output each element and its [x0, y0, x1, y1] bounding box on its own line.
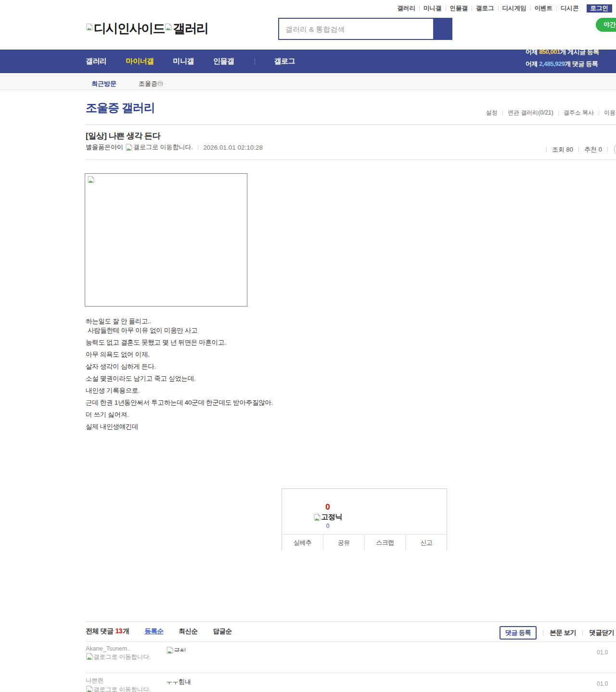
comment-text: ㅜㅜ힘내: [166, 678, 191, 686]
search-box: [278, 18, 452, 40]
view-count: 조회 80: [552, 145, 573, 154]
comment-author-nickname[interactable]: Akane_Tsunem..: [86, 645, 158, 652]
up-vote-count: 0: [304, 502, 352, 512]
top-link-bar: 갤러리 미니갤 인물갤 갤로그 디시게임 이벤트 디시콘 로그인: [394, 4, 613, 13]
body-line: 능력도 없고 결혼도 못했고 몇 년 뒤면은 마흔이고.: [86, 339, 519, 346]
comments-total: 전체 댓글13개: [86, 627, 129, 636]
top-link-gallery[interactable]: 갤러리: [394, 4, 420, 13]
fixed-nick-row: 고정닉: [304, 513, 352, 522]
site-stats: 어제 850,001개 게시글 등록 어제 2,485,929개 댓글 등록: [526, 50, 616, 70]
sort-replies[interactable]: 답글순: [213, 627, 231, 636]
minor-gallery-badge: ⓜ: [157, 80, 163, 87]
body-line: 사람들한테 아무 이유 없이 미움만 사고: [86, 327, 519, 334]
site-logo[interactable]: 디시인사이드 갤러리: [86, 20, 208, 37]
silbechu-button[interactable]: 실베추: [282, 535, 323, 551]
body-line: 소설 몇권이라도 남기고 죽고 싶었는데.: [86, 375, 519, 382]
recent-visit-gallery[interactable]: 조울증ⓜ: [139, 79, 163, 88]
body-line: 근데 한권 1년동안써서 투고하는데 40군데 한군데도 받아주질않아.: [86, 399, 519, 406]
top-link-dccon[interactable]: 디시콘: [557, 4, 583, 13]
post-author-row: 별을품은아이 갤로그로 이동합니다. 2026.01.01 02:10:28: [86, 143, 263, 152]
stat-posts: 어제 850,001개 게시글 등록: [526, 50, 616, 58]
broken-image-icon: [86, 653, 93, 660]
comment-content: ㅜㅜ힘내: [166, 678, 191, 686]
broken-image-icon: [166, 646, 174, 654]
stat-comments: 어제 2,485,929개 댓글 등록: [526, 58, 616, 70]
view-post-link[interactable]: 본문 보기: [550, 628, 576, 637]
fixed-nick-label: 고정닉: [321, 513, 342, 522]
comment-author-nickname[interactable]: 나쁜련: [86, 677, 158, 685]
copy-gallery-url-link[interactable]: 갤주소 복사: [559, 109, 599, 117]
comment-text: 글씨: [174, 646, 186, 652]
recommend-buttons: 실베추 공유 스크랩 신고: [282, 534, 447, 551]
divider: [198, 145, 198, 150]
post-body: 하는일도 잘 안 풀리고.. 사람들한테 아무 이유 없이 미움만 사고 능력도…: [86, 318, 519, 435]
comments-count: 13: [115, 627, 122, 635]
report-button[interactable]: 신고: [405, 535, 447, 551]
gallery-title[interactable]: 조울증 갤러리: [86, 100, 155, 115]
divider: [86, 621, 616, 622]
divider: [582, 630, 583, 636]
comment-content: 글씨: [166, 646, 186, 654]
nav-item-gallery[interactable]: 갤러리: [86, 57, 107, 66]
nav-items: 갤러리 마이너갤 미니갤 인물갤 갤로그: [86, 50, 314, 73]
login-button[interactable]: 로그인: [587, 4, 613, 13]
author-gallog-link[interactable]: 갤로그로 이동합니다.: [133, 143, 193, 152]
nav-item-minorgal[interactable]: 마이너갤: [126, 57, 154, 66]
post-date: 2026.01.01 02:10:28: [203, 144, 263, 151]
post-title: [일상] 나쁜 생각 든다: [86, 130, 160, 141]
broken-image-icon: [165, 23, 172, 31]
logo-text-dcinside: 디시인사이드: [94, 20, 165, 37]
nav-item-minigal[interactable]: 미니갤: [173, 57, 194, 66]
sort-registered[interactable]: 등록순: [144, 627, 163, 636]
related-galleries-link[interactable]: 연관 갤러리(0/21): [503, 109, 558, 117]
sort-newest[interactable]: 최신순: [179, 627, 197, 636]
comment-author-gallog[interactable]: 갤로그로 이동합니다.: [86, 653, 153, 661]
body-line: 하는일도 잘 안 풀리고..: [86, 318, 519, 325]
comments-header-right: 댓글 등록 본문 보기 댓글닫기: [500, 626, 616, 640]
comment-date: 01.0: [597, 680, 608, 687]
post-image-placeholder: [85, 173, 247, 307]
fixed-nick-count: 0: [304, 523, 352, 529]
comment-author: Akane_Tsunem.. 갤로그로 이동합니다.: [86, 645, 158, 661]
top-link-dcgame[interactable]: 디시게임: [499, 4, 530, 13]
gallery-links: 설정 연관 갤러리(0/21) 갤주소 복사 이용안내: [481, 109, 616, 117]
comment-row: Akane_Tsunem.. 갤로그로 이동합니다. 글씨 01.0: [86, 645, 616, 672]
logo-text-gallery: 갤러리: [173, 20, 208, 37]
comment-register-button[interactable]: 댓글 등록: [500, 626, 537, 640]
search-input[interactable]: [279, 19, 433, 39]
gallery-settings-link[interactable]: 설정: [481, 109, 502, 117]
top-link-event[interactable]: 이벤트: [531, 4, 557, 13]
share-button[interactable]: 공유: [323, 535, 364, 551]
recommend-top: 0 고정닉 0: [282, 489, 447, 534]
comment-date: 01.0: [597, 649, 608, 656]
post-author-nickname[interactable]: 별을품은아이: [86, 143, 123, 152]
comment-count-pill[interactable]: 댓글 13: [614, 143, 616, 156]
scrap-button[interactable]: 스크랩: [364, 535, 406, 551]
broken-image-icon: [86, 685, 93, 692]
comment-author-gallog[interactable]: 갤로그로 이동합니다.: [86, 685, 153, 692]
recent-visit-bar: 최근방문 조울증ⓜ: [0, 76, 616, 90]
comments-header: 전체 댓글13개 등록순 최신순 답글순 댓글 등록 본문 보기 댓글닫기: [86, 627, 616, 640]
recommend-cluster[interactable]: 0 고정닉 0: [304, 502, 352, 529]
divider: [255, 58, 255, 65]
divider: [578, 147, 579, 152]
top-link-gallog[interactable]: 갤로그: [472, 4, 498, 13]
body-line: 실제 내인생얘긴데: [86, 423, 519, 430]
nav-item-persongal[interactable]: 인물갤: [213, 57, 234, 66]
search-button[interactable]: [433, 19, 451, 39]
body-line: 아무 의욕도 없어 이제.: [86, 351, 519, 358]
comment-author: 나쁜련 갤로그로 이동합니다.: [86, 677, 158, 692]
top-link-persongal[interactable]: 인물갤: [446, 4, 472, 13]
usage-guide-link[interactable]: 이용안내: [599, 109, 616, 117]
divider: [86, 159, 616, 160]
recent-visit-label: 최근방문: [91, 79, 116, 88]
close-comments-link[interactable]: 댓글닫기: [589, 628, 614, 637]
divider: [86, 124, 616, 125]
body-line: 더 쓰기 싫어져.: [86, 411, 519, 418]
post-meta: 조회 80 추천 0 댓글 13: [541, 143, 616, 156]
main-nav: 갤러리 마이너갤 미니갤 인물갤 갤로그 어제 850,001개 게시글 등록 …: [0, 50, 616, 73]
night-mode-button[interactable]: 야간 모드: [596, 18, 616, 32]
nav-item-gallog[interactable]: 갤로그: [274, 57, 295, 66]
top-link-minigal[interactable]: 미니갤: [420, 4, 446, 13]
divider: [86, 641, 616, 642]
